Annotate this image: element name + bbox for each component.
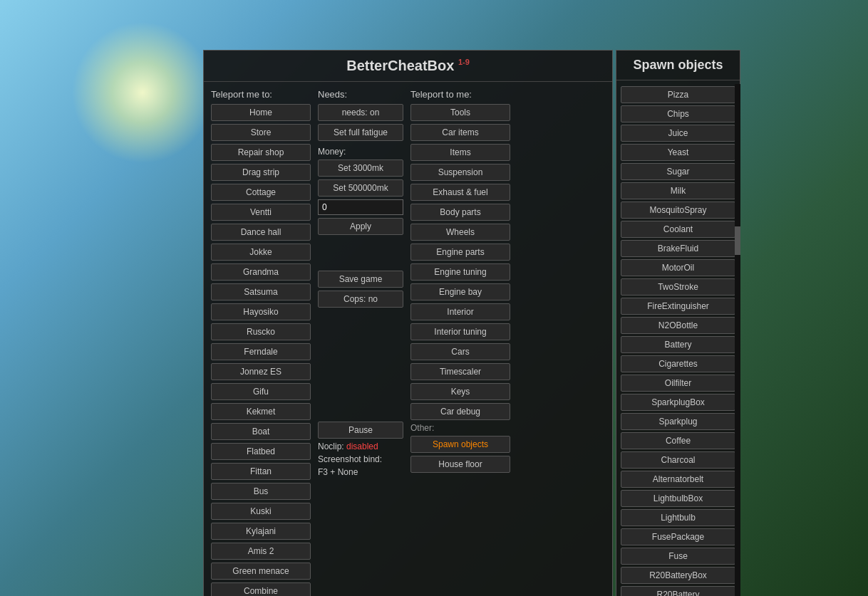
spawn-wrapper: Spawn objects Pizza Chips Juice Yeast Su… — [613, 50, 740, 596]
teleport-ferndale-btn[interactable]: Ferndale — [211, 343, 311, 360]
spawn-sparkplug-box-btn[interactable]: SparkplugBox — [621, 394, 735, 411]
spawn-oilfilter-btn[interactable]: Oilfilter — [621, 375, 735, 392]
teleport-jokke-btn[interactable]: Jokke — [211, 244, 311, 261]
tp-car-debug-btn[interactable]: Car debug — [410, 403, 510, 420]
other-label: Other: — [410, 423, 510, 433]
teleport-ruscko-btn[interactable]: Ruscko — [211, 323, 311, 340]
spawn-mosquito-spray-btn[interactable]: MosquitoSpray — [621, 202, 735, 219]
spawn-lightbulb-btn[interactable]: Lightbulb — [621, 509, 735, 526]
spawn-scrollbar-thumb[interactable] — [735, 226, 740, 255]
spawn-cigarettes-btn[interactable]: Cigarettes — [621, 355, 735, 372]
teleport-home-btn[interactable]: Home — [211, 104, 311, 121]
teleport-flatbed-btn[interactable]: Flatbed — [211, 443, 311, 460]
spawn-chips-btn[interactable]: Chips — [621, 105, 735, 122]
spawn-fire-extinguisher-btn[interactable]: FireExtinguisher — [621, 298, 735, 315]
spawn-n2o-bottle-btn[interactable]: N2OBottle — [621, 317, 735, 334]
cops-no-btn[interactable]: Cops: no — [318, 291, 403, 308]
needs-column: Needs: needs: on Set full fatigue Money:… — [318, 89, 403, 596]
spawn-fuse-btn[interactable]: Fuse — [621, 548, 735, 565]
tp-exhaust-fuel-btn[interactable]: Exhaust & fuel — [410, 184, 510, 201]
spawn-juice-btn[interactable]: Juice — [621, 125, 735, 142]
tp-engine-parts-btn[interactable]: Engine parts — [410, 244, 510, 261]
set-500000mk-btn[interactable]: Set 500000mk — [318, 179, 403, 197]
sun-effect — [71, 21, 214, 164]
teleport-fittan-btn[interactable]: Fittan — [211, 463, 311, 480]
tp-interior-tuning-btn[interactable]: Interior tuning — [410, 323, 510, 340]
teleport-kylajani-btn[interactable]: Kylajani — [211, 523, 311, 540]
spawn-brake-fluid-btn[interactable]: BrakeFluid — [621, 240, 735, 257]
money-input[interactable] — [318, 199, 403, 215]
needs-on-btn[interactable]: needs: on — [318, 104, 403, 121]
teleport-kuski-btn[interactable]: Kuski — [211, 503, 311, 520]
set-full-fatigue-btn[interactable]: Set full fatigue — [318, 124, 403, 141]
cheat-box-panel: BetterCheatBox 1-9 Teleport me to: Home … — [203, 50, 613, 596]
teleport-hayosiko-btn[interactable]: Hayosiko — [211, 303, 311, 320]
tp-engine-bay-btn[interactable]: Engine bay — [410, 283, 510, 300]
cheat-box-title: BetterCheatBox — [346, 58, 454, 73]
spawn-objects-btn[interactable]: Spawn objects — [410, 436, 510, 453]
money-label: Money: — [318, 147, 403, 157]
teleport-combine-btn[interactable]: Combine — [211, 582, 311, 596]
teleport-ventti-btn[interactable]: Ventti — [211, 204, 311, 221]
main-container: BetterCheatBox 1-9 Teleport me to: Home … — [203, 50, 740, 596]
spawn-objects-header: Spawn objects — [616, 51, 740, 80]
spawn-lightbulb-box-btn[interactable]: LightbulbBox — [621, 490, 735, 507]
tp-items-btn[interactable]: Items — [410, 144, 510, 161]
teleport-to-column: Teleport to me: Tools Car items Items Su… — [410, 89, 510, 596]
spawn-charcoal-btn[interactable]: Charcoal — [621, 451, 735, 469]
teleport-satsuma-btn[interactable]: Satsuma — [211, 283, 311, 300]
spawn-alternatorbelt-btn[interactable]: Alternatorbelt — [621, 471, 735, 488]
noclip-value: disabled — [346, 441, 378, 451]
spawn-scrollbar[interactable] — [735, 84, 740, 596]
teleport-me-label: Teleport me to: — [211, 89, 311, 100]
spawn-yeast-btn[interactable]: Yeast — [621, 144, 735, 161]
spawn-sparkplug-btn[interactable]: Sparkplug — [621, 413, 735, 430]
tp-keys-btn[interactable]: Keys — [410, 383, 510, 400]
tp-tools-btn[interactable]: Tools — [410, 104, 510, 121]
spawn-pizza-btn[interactable]: Pizza — [621, 86, 735, 103]
teleport-cottage-btn[interactable]: Cottage — [211, 184, 311, 201]
spawn-objects-list: Pizza Chips Juice Yeast Sugar Milk Mosqu… — [616, 80, 740, 596]
spawn-r20-battery-box-btn[interactable]: R20BatteryBox — [621, 567, 735, 584]
house-floor-btn[interactable]: House floor — [410, 456, 510, 473]
teleport-jonnez-btn[interactable]: Jonnez ES — [211, 363, 311, 380]
teleport-boat-btn[interactable]: Boat — [211, 423, 311, 440]
spawn-coolant-btn[interactable]: Coolant — [621, 221, 735, 238]
cheat-box-header: BetterCheatBox 1-9 — [204, 51, 612, 82]
spawn-sugar-btn[interactable]: Sugar — [621, 163, 735, 180]
set-3000mk-btn[interactable]: Set 3000mk — [318, 160, 403, 177]
tp-suspension-btn[interactable]: Suspension — [410, 164, 510, 181]
teleport-amis2-btn[interactable]: Amis 2 — [211, 543, 311, 560]
teleport-store-btn[interactable]: Store — [211, 124, 311, 141]
pause-btn[interactable]: Pause — [318, 422, 403, 439]
teleport-repair-shop-btn[interactable]: Repair shop — [211, 144, 311, 161]
tp-wheels-btn[interactable]: Wheels — [410, 224, 510, 241]
teleport-gifu-btn[interactable]: Gifu — [211, 383, 311, 400]
tp-engine-tuning-btn[interactable]: Engine tuning — [410, 263, 510, 281]
teleport-dance-hall-btn[interactable]: Dance hall — [211, 224, 311, 241]
tp-car-items-btn[interactable]: Car items — [410, 124, 510, 141]
spawn-two-stroke-btn[interactable]: TwoStroke — [621, 278, 735, 296]
spawn-motor-oil-btn[interactable]: MotorOil — [621, 259, 735, 276]
spawn-r20-battery-btn[interactable]: R20Battery — [621, 586, 735, 596]
apply-btn[interactable]: Apply — [318, 218, 403, 235]
teleport-kekmet-btn[interactable]: Kekmet — [211, 403, 311, 420]
tp-cars-btn[interactable]: Cars — [410, 343, 510, 360]
tp-timescaler-btn[interactable]: Timescaler — [410, 363, 510, 380]
cheat-box-body: Teleport me to: Home Store Repair shop D… — [204, 82, 612, 596]
tp-interior-btn[interactable]: Interior — [410, 303, 510, 320]
screenshot-bind-value: F3 + None — [318, 467, 403, 477]
needs-label: Needs: — [318, 89, 403, 100]
spawn-battery-btn[interactable]: Battery — [621, 336, 735, 353]
teleport-drag-strip-btn[interactable]: Drag strip — [211, 164, 311, 181]
teleport-to-label: Teleport to me: — [410, 89, 510, 100]
cheat-box-version: 1-9 — [458, 58, 470, 66]
tp-body-parts-btn[interactable]: Body parts — [410, 204, 510, 221]
teleport-grandma-btn[interactable]: Grandma — [211, 263, 311, 281]
spawn-fuse-package-btn[interactable]: FusePackage — [621, 528, 735, 545]
teleport-bus-btn[interactable]: Bus — [211, 483, 311, 500]
spawn-coffee-btn[interactable]: Coffee — [621, 432, 735, 449]
teleport-green-menace-btn[interactable]: Green menace — [211, 563, 311, 580]
spawn-milk-btn[interactable]: Milk — [621, 182, 735, 199]
save-game-btn[interactable]: Save game — [318, 271, 403, 288]
